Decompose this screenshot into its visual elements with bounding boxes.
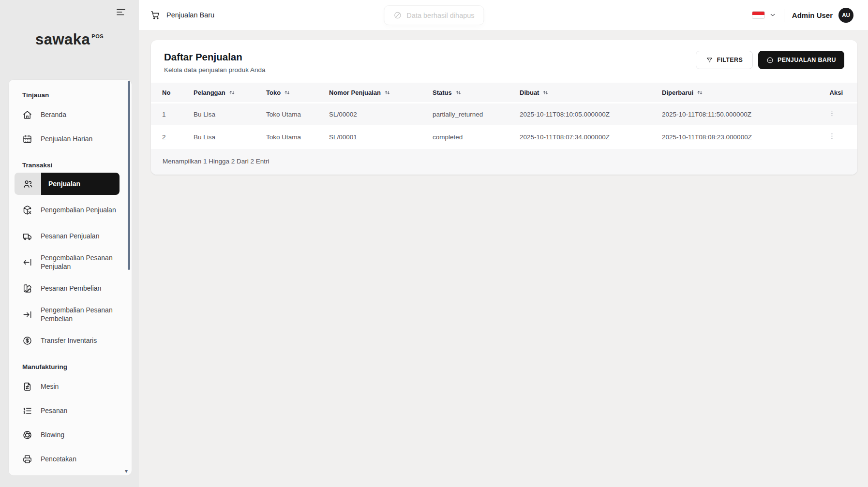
sidebar-item-label: Pencetakan [41, 455, 76, 463]
new-sale-button-label: PENJUALAN BARU [778, 57, 836, 63]
arrow-right-to-line-icon [22, 310, 32, 320]
menu-toggle-button[interactable] [113, 6, 129, 19]
card-actions: FILTERS PENJUALAN BARU [696, 51, 845, 69]
toast-notification: Data berhasil dihapus [384, 5, 484, 25]
cell-pelanggan: Bu Lisa [194, 126, 266, 149]
sidebar-item-label: Pengembalian Pesanan Pembelian [41, 306, 118, 323]
sales-list-card: Daftar Penjualan Kelola data penjualan p… [151, 40, 857, 175]
sidebar-item-mesin[interactable]: Mesin [9, 374, 132, 398]
row-actions-button[interactable] [827, 131, 837, 143]
sidebar-item-label: Pesanan [41, 406, 67, 415]
column-header-aksi: Aksi [805, 83, 857, 103]
sidebar-scrollbar[interactable] [128, 81, 130, 474]
sidebar-item-label: Pesanan Pembelian [41, 284, 101, 293]
home-icon [22, 110, 32, 120]
sidebar-item-pesanan-penjualan[interactable]: Pesanan Penjualan [9, 224, 132, 248]
cell-pelanggan: Bu Lisa [194, 103, 266, 126]
cell-aksi [805, 103, 857, 126]
aperture-icon [22, 430, 32, 440]
cell-status: partially_returned [433, 103, 520, 126]
dollar-circle-icon [22, 336, 32, 346]
logo-sup: POS [91, 33, 104, 39]
topbar-title: Penjualan Baru [166, 11, 214, 19]
cell-dibuat: 2025-10-11T08:10:05.000000Z [520, 103, 662, 126]
sidebar-item-penjualan[interactable]: Penjualan [15, 173, 120, 195]
sidebar-item-label: Penjualan Harian [41, 134, 92, 143]
sidebar-item-beranda[interactable]: Beranda [9, 103, 132, 127]
cell-dibuat: 2025-10-11T08:07:34.000000Z [520, 126, 662, 149]
user-area: Admin User AU [752, 8, 853, 23]
sidebar-item-label: Pengembalian Pesanan Penjualan [41, 253, 118, 271]
filters-button[interactable]: FILTERS [696, 51, 753, 69]
nav-section-label: Tinjauan [22, 91, 118, 99]
new-sale-button[interactable]: PENJUALAN BARU [758, 51, 844, 69]
sidebar-item-pesanan[interactable]: Pesanan [9, 398, 132, 423]
topbar: Penjualan Baru Data berhasil dihapus Adm… [139, 0, 868, 30]
user-name: Admin User [792, 11, 833, 19]
cell-no: 1 [151, 103, 194, 126]
column-header-toko[interactable]: Toko [266, 83, 329, 103]
sidebar-item-label: Pengembalian Penjualan [41, 206, 116, 214]
column-header-no: No [151, 83, 194, 103]
indonesia-flag-icon [752, 11, 765, 19]
toast-message: Data berhasil dihapus [406, 12, 474, 19]
sidebar-item-pesanan-pembelian[interactable]: Pesanan Pembelian [9, 276, 132, 300]
cell-diperbarui: 2025-10-11T08:11:50.000000Z [662, 103, 805, 126]
language-selector[interactable] [752, 11, 777, 19]
row-actions-button[interactable] [827, 108, 837, 120]
package-x-icon [22, 205, 32, 215]
arrow-left-to-line-icon [22, 257, 32, 267]
sidebar-item-pengembalian-pesanan-penjualan[interactable]: Pengembalian Pesanan Penjualan [9, 248, 132, 276]
chevron-down-icon [769, 11, 777, 19]
app-logo: sawakaPOS [0, 31, 139, 48]
cell-nomor: SL/00001 [329, 126, 433, 149]
sidebar-item-pengembalian-pesanan-pembelian[interactable]: Pengembalian Pesanan Pembelian [9, 300, 132, 328]
column-header-nomor-penjualan[interactable]: Nomor Penjualan [329, 83, 433, 103]
sidebar: sawakaPOS TinjauanBerandaPenjualan Haria… [0, 0, 139, 487]
card-header: Daftar Penjualan Kelola data penjualan p… [151, 40, 857, 83]
scroll-down-indicator: ▾ [125, 468, 128, 474]
users-icon [15, 173, 41, 195]
swatch-book-icon [22, 283, 32, 294]
cell-status: completed [433, 126, 520, 149]
column-header-dibuat[interactable]: Dibuat [520, 83, 662, 103]
table-footer-summary: Menampilkan 1 Hingga 2 Dari 2 Entri [151, 149, 857, 175]
printer-icon [22, 454, 32, 464]
sidebar-item-label: Penjualan [41, 173, 120, 195]
cart-icon [150, 10, 160, 20]
sidebar-item-penjualan-harian[interactable]: Penjualan Harian [9, 127, 132, 151]
cell-aksi [805, 126, 857, 149]
sidebar-nav: TinjauanBerandaPenjualan HarianTransaksi… [9, 80, 132, 475]
topbar-quick-action[interactable]: Penjualan Baru [150, 10, 214, 20]
nav-section-label: Transaksi [22, 162, 118, 169]
sidebar-item-blowing[interactable]: Blowing [9, 423, 132, 447]
content-area: Daftar Penjualan Kelola data penjualan p… [139, 30, 868, 487]
sidebar-item-pemotongan[interactable]: Pemotongan [9, 471, 132, 475]
scrollbar-thumb[interactable] [128, 81, 130, 270]
sidebar-item-label: Transfer Inventaris [41, 336, 97, 345]
column-header-diperbarui[interactable]: Diperbarui [662, 83, 805, 103]
filters-button-label: FILTERS [717, 57, 743, 63]
sidebar-item-pengembalian-penjualan[interactable]: Pengembalian Penjualan [9, 196, 132, 224]
list-ordered-icon [22, 406, 32, 416]
main-area: Penjualan Baru Data berhasil dihapus Adm… [139, 0, 868, 487]
calendar-icon [22, 134, 32, 144]
sidebar-nav-list: TinjauanBerandaPenjualan HarianTransaksi… [9, 80, 132, 475]
cell-nomor: SL/00002 [329, 103, 433, 126]
truck-icon [22, 231, 32, 241]
sales-table: NoPelangganTokoNomor PenjualanStatusDibu… [151, 83, 857, 149]
sidebar-item-label: Beranda [41, 110, 66, 119]
nav-section-label: Manufakturing [22, 363, 118, 370]
column-header-pelanggan[interactable]: Pelanggan [194, 83, 266, 103]
table-row: 1Bu LisaToko UtamaSL/00002partially_retu… [151, 103, 857, 126]
cell-diperbarui: 2025-10-11T08:08:23.000000Z [662, 126, 805, 149]
plus-circle-icon [766, 57, 774, 64]
avatar[interactable]: AU [838, 8, 853, 23]
sidebar-item-pencetakan[interactable]: Pencetakan [9, 447, 132, 471]
file-arrows-icon [22, 382, 32, 392]
sidebar-item-transfer-inventaris[interactable]: Transfer Inventaris [9, 328, 132, 353]
ban-icon [393, 11, 402, 19]
app-root: sawakaPOS TinjauanBerandaPenjualan Haria… [0, 0, 868, 487]
column-header-status[interactable]: Status [433, 83, 520, 103]
cell-toko: Toko Utama [266, 126, 329, 149]
